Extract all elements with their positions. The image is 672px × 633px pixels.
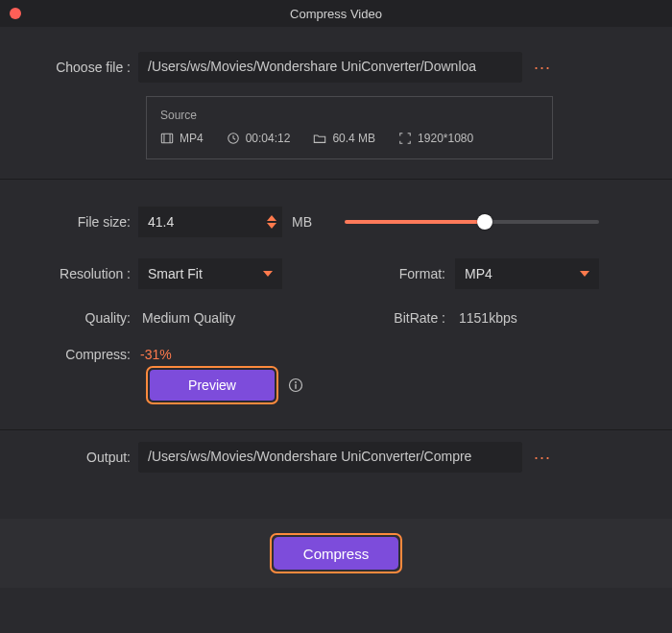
window-title: Compress Video bbox=[0, 7, 672, 21]
quality-label: Quality: bbox=[23, 310, 138, 326]
chevron-down-icon[interactable] bbox=[267, 222, 276, 230]
source-resolution-value: 1920*1080 bbox=[418, 132, 473, 145]
compress-button[interactable]: Compress bbox=[274, 537, 398, 570]
resolution-format-row: Resolution : Smart Fit Format: MP4 bbox=[23, 258, 649, 289]
filesize-stepper[interactable]: 41.4 bbox=[138, 207, 282, 237]
source-size: 60.4 MB bbox=[313, 132, 375, 145]
output-label: Output: bbox=[23, 450, 138, 465]
clock-icon bbox=[227, 132, 240, 145]
slider-thumb[interactable] bbox=[477, 214, 492, 230]
preview-button[interactable]: Preview bbox=[150, 370, 275, 401]
filesize-slider[interactable] bbox=[345, 213, 599, 231]
format-select[interactable]: MP4 bbox=[455, 258, 599, 289]
source-duration-value: 00:04:12 bbox=[246, 132, 291, 145]
filesize-unit: MB bbox=[292, 214, 312, 230]
compress-value: -31% bbox=[138, 347, 172, 362]
compress-row: Compress: -31% bbox=[23, 347, 649, 362]
source-duration: 00:04:12 bbox=[227, 132, 291, 145]
folder-icon bbox=[313, 132, 326, 145]
chevron-up-icon[interactable] bbox=[267, 214, 276, 222]
choose-file-label: Choose file : bbox=[23, 60, 138, 75]
quality-value: Medium Quality bbox=[138, 310, 282, 326]
footer: Compress bbox=[0, 519, 672, 588]
output-input[interactable]: /Users/ws/Movies/Wondershare UniConverte… bbox=[138, 442, 522, 473]
preview-highlight: Preview bbox=[146, 366, 278, 404]
quality-bitrate-row: Quality: Medium Quality BitRate : 1151kb… bbox=[23, 310, 649, 326]
titlebar: Compress Video bbox=[0, 0, 672, 27]
choose-file-row: Choose file : /Users/ws/Movies/Wondersha… bbox=[23, 52, 649, 83]
filesize-label: File size: bbox=[23, 214, 138, 230]
source-title: Source bbox=[160, 109, 539, 122]
filesize-row: File size: 41.4 MB bbox=[23, 207, 649, 237]
source-size-value: 60.4 MB bbox=[332, 132, 375, 145]
choose-file-input[interactable]: /Users/ws/Movies/Wondershare UniConverte… bbox=[138, 52, 522, 83]
source-format-value: MP4 bbox=[180, 132, 204, 145]
divider bbox=[0, 179, 672, 180]
fullscreen-icon bbox=[398, 132, 412, 145]
compress-highlight: Compress bbox=[270, 533, 402, 573]
source-resolution: 1920*1080 bbox=[398, 132, 473, 145]
format-value: MP4 bbox=[465, 266, 492, 281]
info-icon[interactable] bbox=[288, 377, 303, 393]
choose-file-browse-button[interactable]: ··· bbox=[534, 59, 551, 76]
output-row: Output: /Users/ws/Movies/Wondershare Uni… bbox=[23, 442, 649, 473]
svg-rect-0 bbox=[161, 134, 172, 143]
bitrate-value: 1151kbps bbox=[455, 310, 599, 326]
bitrate-label: BitRate : bbox=[369, 310, 455, 326]
output-browse-button[interactable]: ··· bbox=[534, 449, 551, 466]
chevron-down-icon bbox=[263, 270, 273, 278]
compress-label: Compress: bbox=[23, 347, 138, 362]
filesize-value: 41.4 bbox=[148, 214, 174, 230]
format-label: Format: bbox=[369, 266, 455, 281]
resolution-label: Resolution : bbox=[23, 266, 138, 281]
resolution-select[interactable]: Smart Fit bbox=[138, 258, 282, 289]
film-icon bbox=[160, 132, 174, 145]
svg-rect-6 bbox=[295, 384, 296, 389]
source-card: Source MP4 00:04:12 60.4 MB 1920*1080 bbox=[146, 96, 553, 159]
divider bbox=[0, 429, 672, 430]
resolution-value: Smart Fit bbox=[148, 266, 203, 281]
chevron-down-icon bbox=[580, 270, 589, 278]
svg-point-5 bbox=[295, 381, 297, 383]
source-format: MP4 bbox=[160, 132, 204, 145]
